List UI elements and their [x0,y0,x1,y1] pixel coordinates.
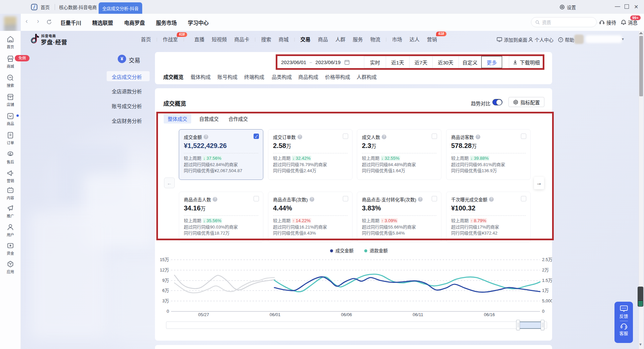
svg-text:12万: 12万 [160,267,169,272]
svg-text:3万: 3万 [162,298,169,303]
svg-text:罗盘·经营: 罗盘·经营 [41,39,67,46]
svg-text:06/06: 06/06 [341,312,352,317]
svg-text:2万: 2万 [542,267,549,272]
svg-text:0: 0 [167,309,169,314]
svg-text:抖音电商: 抖音电商 [41,34,56,38]
svg-text:?: ? [560,38,561,41]
svg-text:1万: 1万 [542,288,549,293]
svg-text:9万: 9万 [162,278,169,283]
svg-text:5,000: 5,000 [542,298,552,303]
svg-text:6万: 6万 [162,288,169,293]
svg-text:15万: 15万 [160,257,169,262]
svg-text:0: 0 [542,309,544,314]
svg-text:06/11: 06/11 [413,312,423,317]
svg-text:05/27: 05/27 [198,312,209,317]
svg-text:1.5万: 1.5万 [542,278,552,283]
svg-text:06/01: 06/01 [270,312,281,317]
svg-text:2.5万: 2.5万 [542,257,552,262]
svg-text:06/16: 06/16 [484,312,495,317]
